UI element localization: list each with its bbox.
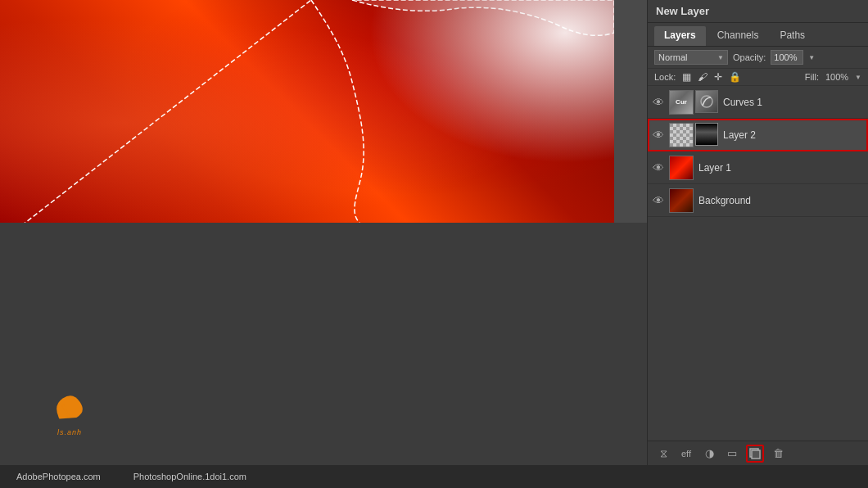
panel-header: New Layer	[648, 0, 868, 23]
link-layers-icon[interactable]: ⧖	[654, 445, 672, 463]
main-container: ls.anh New Layer Layers Channels Paths N…	[0, 0, 868, 465]
opacity-label: Opacity:	[733, 52, 766, 62]
lock-label: Lock:	[654, 72, 676, 82]
watermark: ls.anh	[49, 391, 90, 436]
delete-layer-icon[interactable]: 🗑	[769, 445, 787, 463]
watermark-logo	[49, 391, 90, 428]
blend-mode-select[interactable]: Normal ▼	[654, 50, 728, 65]
blend-dropdown-arrow: ▼	[717, 54, 724, 61]
layer-name-curves1: Curves 1	[723, 97, 863, 108]
layer-thumb-layer2-main	[669, 123, 694, 147]
bottom-left-text: AdobePhotopea.com	[16, 472, 101, 481]
layer-visibility-layer2[interactable]: 👁	[653, 129, 664, 142]
fx-icon[interactable]: eff	[677, 445, 695, 463]
layer-thumbs-background	[669, 188, 694, 213]
fill-dropdown-arrow: ▼	[855, 74, 861, 81]
layer-name-background: Background	[698, 195, 863, 206]
layer-thumbs-layer1	[669, 156, 694, 180]
layer-thumb-background-main	[669, 188, 694, 213]
layer-item-background[interactable]: 👁 Background	[648, 184, 868, 217]
tab-channels[interactable]: Channels	[708, 26, 769, 46]
bottom-bar: AdobePhotopea.com PhotoshopOnline.1doi1.…	[0, 465, 868, 488]
tabs-row: Layers Channels Paths	[648, 23, 868, 47]
opacity-dropdown-arrow: ▼	[808, 54, 815, 61]
canvas-below	[0, 223, 647, 465]
panel-toolbar: ⧖ eff ◑ ▭ 🗑	[648, 441, 868, 465]
layer-thumb-curves1-main: Cur	[669, 90, 694, 115]
lock-brush-icon[interactable]: 🖌	[698, 71, 708, 83]
layer-thumb-curves1-mask	[695, 90, 718, 113]
watermark-subtext: ls.anh	[57, 428, 82, 436]
layer-item-layer1[interactable]: 👁 Layer 1	[648, 151, 868, 184]
opacity-value[interactable]: 100%	[771, 50, 803, 65]
layer-thumbs-curves1: Cur	[669, 90, 718, 115]
lock-checkerboard-icon[interactable]: ▦	[682, 71, 691, 83]
layer-thumb-layer1-main	[669, 156, 694, 180]
layer-visibility-curves1[interactable]: 👁	[653, 96, 664, 109]
canvas-image	[0, 0, 614, 246]
tab-layers[interactable]: Layers	[654, 26, 706, 46]
new-layer-icon[interactable]	[746, 445, 764, 463]
layer-visibility-layer1[interactable]: 👁	[653, 161, 664, 174]
group-icon[interactable]: ▭	[723, 445, 741, 463]
tab-paths[interactable]: Paths	[770, 26, 815, 46]
lock-move-icon[interactable]: ✛	[714, 71, 722, 83]
bottom-center-text: PhotoshopOnline.1doi1.com	[133, 472, 246, 481]
layer-visibility-background[interactable]: 👁	[653, 194, 664, 207]
lock-padlock-icon[interactable]: 🔒	[729, 71, 741, 83]
layer-name-layer2: Layer 2	[723, 129, 863, 141]
lock-row: Lock: ▦ 🖌 ✛ 🔒 Fill: 100% ▼	[648, 69, 868, 86]
adjustment-icon[interactable]: ◑	[700, 445, 718, 463]
blend-mode-value: Normal	[658, 52, 687, 62]
panel-title: New Layer	[656, 5, 709, 17]
svg-rect-2	[752, 450, 760, 459]
layer-thumb-layer2-mask	[695, 123, 718, 146]
blend-mode-row: Normal ▼ Opacity: 100% ▼	[648, 47, 868, 69]
canvas-area: ls.anh	[0, 0, 647, 465]
layer-item-curves1[interactable]: 👁 Cur Curves 1	[648, 86, 868, 119]
layer-item-layer2[interactable]: 👁 Layer 2	[648, 119, 868, 151]
fill-label: Fill:	[805, 72, 819, 82]
fill-value[interactable]: 100%	[825, 72, 848, 82]
selection-outline	[0, 0, 614, 242]
right-panel: New Layer Layers Channels Paths Normal ▼…	[647, 0, 868, 465]
layer-thumbs-layer2	[669, 123, 718, 147]
layer-name-layer1: Layer 1	[698, 162, 863, 174]
layers-list: 👁 Cur Curves 1 👁	[648, 86, 868, 441]
